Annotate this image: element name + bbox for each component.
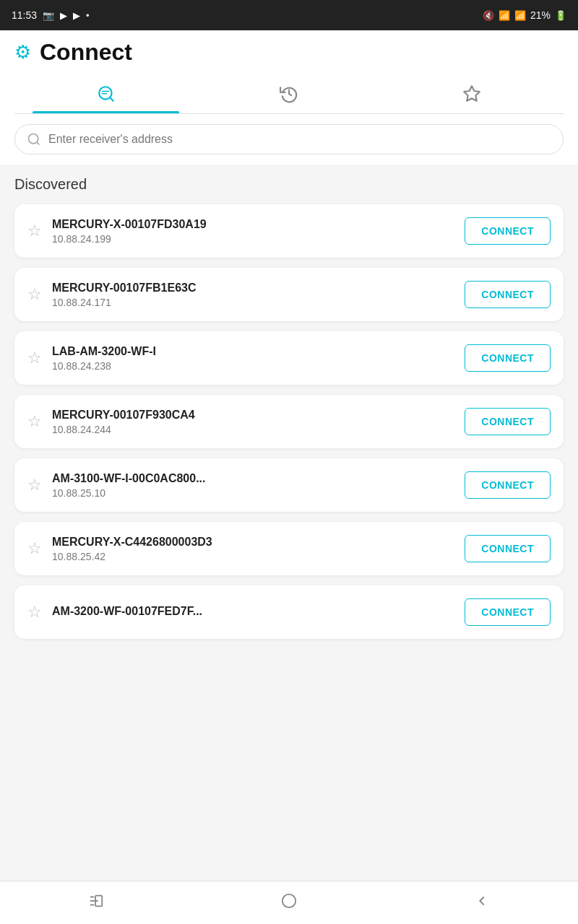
device-info-6: AM-3200-WF-00107FED7F... [52,605,465,620]
favorite-star-2[interactable]: ☆ [27,349,42,367]
battery-icon: 🔋 [555,10,566,21]
device-ip-4: 10.88.25.10 [52,487,465,499]
youtube-icon: ▶ [73,10,80,21]
nav-recents[interactable] [71,887,121,919]
search-bar [14,124,564,154]
device-list: ☆ MERCURY-X-00107FD30A19 10.88.24.199 CO… [14,204,564,639]
battery-level: 21% [530,9,551,21]
status-bar: 11:53 📷 ▶ ▶ • 🔇 📶 📶 21% 🔋 [0,0,578,30]
nav-back[interactable] [457,887,507,919]
favorites-tab-icon [462,84,481,103]
svg-line-1 [110,97,113,101]
status-bar-left: 11:53 📷 ▶ ▶ • [12,9,90,21]
search-input[interactable] [48,133,551,146]
history-tab-icon [280,84,298,103]
signal-icon: 📶 [514,10,526,21]
favorite-star-0[interactable]: ☆ [27,222,42,240]
device-ip-1: 10.88.24.171 [52,297,465,308]
search-tab-icon [97,84,116,103]
settings-icon[interactable]: ⚙ [14,41,31,64]
favorite-star-3[interactable]: ☆ [27,412,42,431]
search-container [0,114,578,165]
search-icon [27,132,41,147]
connect-button-4[interactable]: CONNECT [465,471,551,499]
favorite-star-4[interactable]: ☆ [27,476,42,494]
bottom-nav [0,881,578,924]
device-info-5: MERCURY-X-C4426800003D3 10.88.25.42 [52,536,465,562]
device-info-2: LAB-AM-3200-WF-I 10.88.24.238 [52,345,465,372]
device-card: ☆ MERCURY-00107F930CA4 10.88.24.244 CONN… [14,395,564,448]
favorite-star-6[interactable]: ☆ [27,603,42,622]
svg-point-5 [29,134,38,144]
svg-line-6 [37,142,40,145]
device-info-0: MERCURY-X-00107FD30A19 10.88.24.199 [52,218,465,245]
device-name-4: AM-3100-WF-I-00C0AC800... [52,472,465,485]
device-info-1: MERCURY-00107FB1E63C 10.88.24.171 [52,282,465,308]
notification-icon: 📷 [43,10,54,21]
svg-marker-4 [464,86,480,101]
status-bar-right: 🔇 📶 📶 21% 🔋 [483,9,566,21]
favorite-star-1[interactable]: ☆ [27,285,42,304]
device-name-3: MERCURY-00107F930CA4 [52,409,465,422]
tab-history[interactable] [197,74,380,113]
nav-home[interactable] [264,887,314,919]
tab-search[interactable] [14,74,197,113]
device-card: ☆ MERCURY-00107FB1E63C 10.88.24.171 CONN… [14,268,564,321]
connect-button-5[interactable]: CONNECT [465,535,551,562]
device-ip-2: 10.88.24.238 [52,360,465,372]
device-ip-0: 10.88.24.199 [52,233,465,245]
device-name-6: AM-3200-WF-00107FED7F... [52,605,465,618]
svg-rect-2 [101,91,109,92]
device-name-0: MERCURY-X-00107FD30A19 [52,218,465,231]
app-header: ⚙ Connect [0,30,578,114]
connect-button-3[interactable]: CONNECT [465,408,551,435]
header-top: ⚙ Connect [14,39,564,66]
discovered-title: Discovered [14,176,564,193]
connect-button-1[interactable]: CONNECT [465,281,551,308]
device-card: ☆ LAB-AM-3200-WF-I 10.88.24.238 CONNECT [14,331,564,385]
tab-favorites[interactable] [381,74,564,113]
device-name-1: MERCURY-00107FB1E63C [52,282,465,295]
media-icon: ▶ [60,10,67,21]
svg-rect-3 [101,93,107,95]
device-ip-5: 10.88.25.42 [52,551,465,562]
connect-button-2[interactable]: CONNECT [465,344,551,372]
device-name-5: MERCURY-X-C4426800003D3 [52,536,465,549]
mute-icon: 🔇 [483,10,494,21]
favorite-star-5[interactable]: ☆ [27,539,42,558]
connect-button-6[interactable]: CONNECT [465,598,551,626]
tabs-bar [14,74,564,114]
device-card: ☆ MERCURY-X-00107FD30A19 10.88.24.199 CO… [14,204,564,258]
svg-point-14 [282,894,296,907]
device-ip-3: 10.88.24.244 [52,424,465,435]
status-time: 11:53 [12,9,37,21]
device-card: ☆ AM-3100-WF-I-00C0AC800... 10.88.25.10 … [14,458,564,512]
device-info-3: MERCURY-00107F930CA4 10.88.24.244 [52,409,465,435]
wifi-icon: 📶 [499,10,510,21]
dot-icon: • [86,10,90,21]
device-info-4: AM-3100-WF-I-00C0AC800... 10.88.25.10 [52,472,465,499]
device-name-2: LAB-AM-3200-WF-I [52,345,465,358]
main-content: Discovered ☆ MERCURY-X-00107FD30A19 10.8… [0,165,578,881]
app-title: Connect [40,39,132,66]
connect-button-0[interactable]: CONNECT [465,217,551,245]
device-card: ☆ MERCURY-X-C4426800003D3 10.88.25.42 CO… [14,522,564,575]
device-card: ☆ AM-3200-WF-00107FED7F... CONNECT [14,585,564,639]
